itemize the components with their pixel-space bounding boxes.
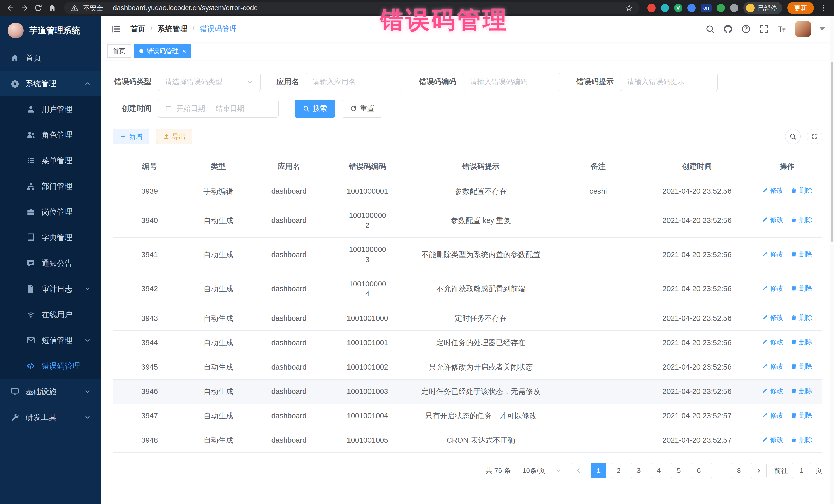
header-search-button[interactable] [705, 24, 715, 34]
url-text: dashboard.yudao.iocoder.cn/system/error-… [113, 4, 621, 12]
help-button[interactable] [741, 24, 751, 34]
github-button[interactable] [723, 24, 733, 34]
user-avatar[interactable] [795, 21, 811, 37]
delete-button[interactable]: 删除 [791, 387, 812, 395]
export-button[interactable]: 导出 [156, 129, 193, 144]
ext-gray-icon[interactable] [730, 4, 738, 12]
refresh-table-button[interactable] [807, 129, 822, 144]
bookmark-star-icon[interactable] [626, 4, 633, 12]
scrollbar-thumb[interactable] [831, 62, 833, 242]
page-button-1[interactable]: 1 [591, 463, 607, 478]
goto-page-input[interactable] [792, 463, 811, 478]
sidebar-item-sms-management[interactable]: 短信管理 [0, 327, 101, 353]
edit-button[interactable]: 修改 [762, 387, 784, 395]
reset-button[interactable]: 重置 [342, 100, 382, 117]
paused-emoji-icon [746, 4, 755, 12]
page-scrollbar[interactable] [830, 16, 834, 504]
sidebar-item-online-user[interactable]: 在线用户 [0, 302, 101, 327]
sidebar-item-system-management[interactable]: 系统管理 [0, 71, 101, 96]
delete-button[interactable]: 删除 [791, 411, 812, 420]
sidebar-item-menu-management[interactable]: 菜单管理 [0, 148, 101, 174]
delete-button[interactable]: 删除 [791, 250, 812, 259]
edit-button[interactable]: 修改 [762, 362, 784, 371]
edit-button[interactable]: 修改 [762, 250, 784, 259]
ext-green-icon[interactable] [717, 4, 725, 12]
edit-button[interactable]: 修改 [762, 215, 784, 224]
delete-button[interactable]: 删除 [791, 337, 812, 346]
address-bar[interactable]: 不安全 dashboard.yudao.iocoder.cn/system/er… [64, 2, 640, 14]
breadcrumb-item[interactable]: 系统管理 [158, 24, 187, 34]
cell-app: dashboard [250, 330, 327, 355]
ext-teal-icon[interactable] [661, 4, 669, 12]
prev-page-button[interactable] [571, 463, 586, 478]
sidebar-item-dept-management[interactable]: 部门管理 [0, 174, 101, 199]
date-range-picker[interactable]: 开始日期 - 结束日期 [158, 100, 279, 117]
breadcrumb-item[interactable]: 首页 [130, 24, 145, 34]
edit-icon [762, 363, 768, 370]
next-page-button[interactable] [751, 463, 767, 478]
tab-home[interactable]: 首页 [107, 44, 131, 58]
filter-label: 错误码提示 [576, 77, 614, 87]
update-button[interactable]: 更新 [787, 2, 814, 14]
sidebar-item-role-management[interactable]: 角色管理 [0, 122, 101, 148]
tab-close-icon[interactable]: × [182, 48, 186, 54]
browser-reload-button[interactable] [34, 4, 43, 12]
paused-badge[interactable]: 已暂停 [743, 2, 782, 14]
tab-error-code[interactable]: 错误码管理× [134, 44, 192, 58]
edit-button[interactable]: 修改 [762, 337, 784, 346]
filter-label: 错误码编码 [419, 77, 456, 87]
delete-button[interactable]: 删除 [791, 284, 812, 293]
delete-button[interactable]: 删除 [791, 362, 812, 371]
ext-blue-icon[interactable] [687, 4, 696, 12]
page-button-4[interactable]: 4 [651, 463, 666, 478]
cell-time: 2021-04-20 23:52:56 [642, 355, 752, 379]
toggle-search-button[interactable] [785, 129, 800, 144]
edit-button[interactable]: 修改 [762, 435, 784, 444]
delete-button[interactable]: 删除 [791, 186, 812, 195]
caret-down-icon[interactable] [820, 27, 825, 30]
app-name-input[interactable] [306, 73, 403, 91]
browser-back-button[interactable] [6, 4, 15, 12]
sidebar-item-notice[interactable]: 通知公告 [0, 250, 101, 276]
ext-red-icon[interactable] [648, 4, 656, 12]
edit-button[interactable]: 修改 [762, 313, 784, 322]
page-button-6[interactable]: 6 [691, 463, 706, 478]
sidebar-item-user-management[interactable]: 用户管理 [0, 96, 101, 122]
sidebar-item-error-code-management[interactable]: 错误码管理 [0, 353, 101, 379]
edit-button[interactable]: 修改 [762, 284, 784, 293]
page-button-5[interactable]: 5 [671, 463, 686, 478]
page-size-select[interactable]: 10条/页 [518, 463, 566, 478]
cell-remark [554, 330, 642, 355]
sidebar-toggle-button[interactable] [110, 24, 121, 35]
font-size-button[interactable] [777, 24, 787, 34]
sidebar-item-dict-management[interactable]: 字典管理 [0, 225, 101, 250]
page-button-2[interactable]: 2 [611, 463, 627, 478]
sidebar-item-audit-log[interactable]: 审计日志 [0, 276, 101, 302]
sidebar-item-infrastructure[interactable]: 基础设施 [0, 379, 101, 404]
search-button[interactable]: 搜索 [294, 100, 335, 117]
error-type-select[interactable]: 请选择错误码类型 [158, 73, 261, 91]
edit-button[interactable]: 修改 [762, 411, 784, 420]
sidebar-item-dev-tools[interactable]: 研发工具 [0, 404, 101, 430]
error-hint-input[interactable] [620, 73, 718, 91]
fullscreen-button[interactable] [759, 24, 769, 34]
page-button-8[interactable]: 8 [731, 463, 746, 478]
browser-home-button[interactable] [48, 4, 57, 12]
browser-menu-icon[interactable] [819, 4, 828, 12]
delete-button[interactable]: 删除 [791, 215, 812, 224]
delete-button[interactable]: 删除 [791, 313, 812, 322]
error-code-input[interactable] [463, 73, 561, 91]
add-button[interactable]: 新增 [113, 129, 149, 144]
cell-type: 自动生成 [186, 272, 250, 306]
ext-on-icon[interactable]: on [701, 4, 711, 12]
menu-label: 研发工具 [26, 412, 57, 423]
ext-green-v-icon[interactable]: V [674, 4, 682, 12]
browser-forward-button[interactable] [20, 4, 29, 12]
delete-button[interactable]: 删除 [791, 435, 812, 444]
logo-row[interactable]: 芋道管理系统 [0, 16, 101, 45]
page-button-3[interactable]: 3 [631, 463, 646, 478]
sidebar-item-home[interactable]: 首页 [0, 45, 101, 71]
sidebar-item-post-management[interactable]: 岗位管理 [0, 199, 101, 225]
menu-label: 系统管理 [26, 79, 57, 89]
edit-button[interactable]: 修改 [762, 186, 784, 195]
